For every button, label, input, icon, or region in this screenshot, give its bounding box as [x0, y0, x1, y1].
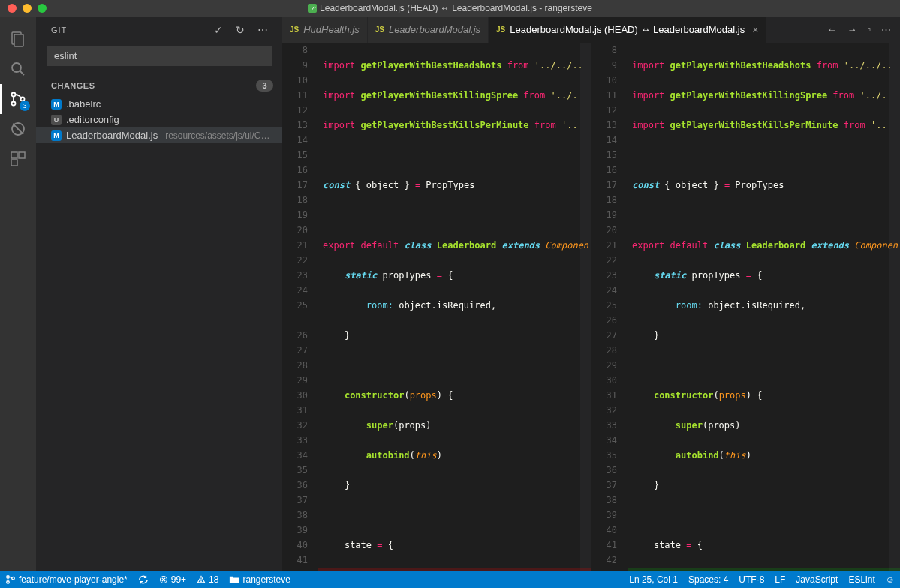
sidebar: GIT ✓ ↻ ⋯ CHANGES 3 M .babelrc U .editor…	[36, 16, 282, 572]
git-badge: 3	[20, 100, 30, 111]
modified-badge: M	[51, 99, 62, 110]
commit-input[interactable]	[47, 46, 272, 66]
change-item[interactable]: M LeaderboardModal.js resources/assets/j…	[36, 128, 282, 143]
untracked-badge: U	[51, 115, 62, 125]
tab[interactable]: JS LeaderboardModal.js (HEAD) ↔ Leaderbo…	[489, 16, 766, 43]
statusbar: feature/move-player-angle* 99+ 18 ranger…	[0, 572, 900, 588]
more-icon[interactable]: ⋯	[257, 24, 269, 36]
status-feedback-icon[interactable]: ☺	[880, 574, 900, 585]
diff-left-pane[interactable]: 8910111213141516171819202122232425262728…	[282, 43, 591, 572]
right-gutter: 8910111213141516171819202122232425262728…	[591, 43, 628, 568]
js-icon: JS	[375, 26, 384, 34]
close-icon[interactable]: ×	[752, 24, 758, 36]
nav-forward-icon[interactable]: →	[847, 24, 856, 35]
window-title-text: LeaderboardModal.js (HEAD) ↔ Leaderboard…	[320, 3, 592, 14]
activity-explorer[interactable]	[0, 24, 36, 54]
svg-rect-10	[19, 152, 25, 158]
refresh-icon[interactable]: ↻	[236, 24, 245, 36]
activity-git[interactable]: 3	[0, 84, 36, 114]
sidebar-header: GIT ✓ ↻ ⋯	[36, 16, 282, 43]
status-position[interactable]: Ln 25, Col 1	[624, 574, 683, 585]
svg-point-2	[12, 63, 21, 72]
status-sync[interactable]	[133, 572, 154, 588]
svg-point-12	[7, 576, 10, 579]
commit-input-wrap	[36, 43, 282, 69]
svg-point-4	[12, 93, 16, 97]
change-file-name: .babelrc	[66, 98, 101, 110]
changes-header[interactable]: CHANGES 3	[36, 75, 282, 96]
change-file-name: LeaderboardModal.js	[66, 130, 158, 141]
tab-label: LeaderboardModal.js	[389, 24, 480, 35]
svg-point-13	[7, 581, 10, 584]
activitybar: 3	[0, 16, 36, 572]
commit-icon[interactable]: ✓	[214, 24, 224, 36]
svg-line-8	[13, 124, 23, 134]
changes-count-badge: 3	[256, 80, 273, 92]
status-errors-count: 99+	[171, 574, 186, 585]
git-file-icon: ⎇	[308, 4, 317, 13]
status-right: Ln 25, Col 1 Spaces: 4 UTF-8 LF JavaScri…	[624, 574, 900, 585]
more-icon[interactable]: ⋯	[881, 24, 891, 35]
status-errors[interactable]: 99+	[154, 572, 191, 588]
status-folder-label: rangersteve	[242, 574, 290, 585]
tab[interactable]: JS LeaderboardModal.js	[368, 16, 489, 43]
left-content: import getPlayerWithBestHeadshots from '…	[318, 43, 591, 572]
status-encoding[interactable]: UTF-8	[733, 574, 769, 585]
change-file-path: resources/assets/js/ui/C…	[165, 130, 269, 141]
editor-tabs: JS HudHealth.js JS LeaderboardModal.js J…	[282, 16, 900, 43]
right-content: import getPlayerWithBestHeadshots from '…	[628, 43, 900, 572]
change-list: M .babelrc U .editorconfig M Leaderboard…	[36, 96, 282, 143]
js-icon: JS	[496, 26, 505, 34]
titlebar: ⎇ LeaderboardModal.js (HEAD) ↔ Leaderboa…	[0, 0, 900, 16]
tab-label: LeaderboardModal.js (HEAD) ↔ Leaderboard…	[510, 24, 745, 35]
diff-right-pane[interactable]: 8910111213141516171819202122232425262728…	[591, 43, 900, 572]
tab[interactable]: JS HudHealth.js	[282, 16, 368, 43]
svg-rect-9	[11, 152, 17, 158]
sidebar-actions: ✓ ↻ ⋯	[214, 24, 269, 36]
status-folder[interactable]: rangersteve	[224, 572, 295, 588]
svg-rect-1	[14, 34, 23, 46]
open-file-icon[interactable]: ▫	[867, 24, 871, 35]
status-language[interactable]: JavaScript	[790, 574, 843, 585]
modified-badge: M	[51, 130, 62, 141]
editor-area: JS HudHealth.js JS LeaderboardModal.js J…	[282, 16, 900, 572]
change-item[interactable]: U .editorconfig	[36, 112, 282, 128]
tab-label: HudHealth.js	[303, 24, 359, 35]
status-branch[interactable]: feature/move-player-angle*	[0, 572, 133, 588]
nav-back-icon[interactable]: ←	[826, 24, 836, 35]
svg-rect-11	[11, 160, 17, 166]
sidebar-title: GIT	[51, 26, 67, 34]
svg-point-5	[12, 102, 16, 106]
status-spaces[interactable]: Spaces: 4	[683, 574, 733, 585]
svg-line-3	[20, 71, 24, 75]
status-eslint[interactable]: ESLint	[843, 574, 880, 585]
svg-point-19	[201, 581, 202, 582]
status-eol[interactable]: LF	[769, 574, 790, 585]
status-warnings-count: 18	[209, 574, 218, 585]
changes-header-label: CHANGES	[51, 81, 95, 90]
tab-actions: ← → ▫ ⋯	[817, 16, 900, 43]
activity-debug[interactable]	[0, 114, 36, 144]
window-title: ⎇ LeaderboardModal.js (HEAD) ↔ Leaderboa…	[0, 3, 900, 14]
change-file-name: .editorconfig	[66, 114, 119, 125]
change-item[interactable]: M .babelrc	[36, 96, 282, 112]
activity-search[interactable]	[0, 54, 36, 84]
status-branch-label: feature/move-player-angle*	[19, 574, 128, 585]
left-gutter: 8910111213141516171819202122232425262728…	[282, 43, 318, 568]
activity-extensions[interactable]	[0, 144, 36, 174]
js-icon: JS	[290, 26, 299, 34]
diff-split: 8910111213141516171819202122232425262728…	[282, 43, 900, 572]
status-warnings[interactable]: 18	[191, 572, 224, 588]
